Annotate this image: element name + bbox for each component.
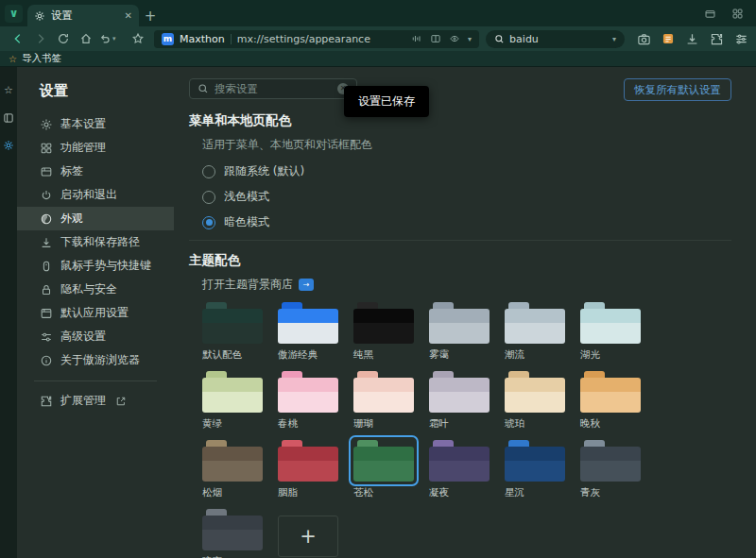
forward-button[interactable] <box>30 29 50 49</box>
theme-swatch-lake[interactable]: 湖光 <box>580 302 641 361</box>
read-aloud-icon[interactable] <box>411 33 422 44</box>
back-button[interactable] <box>8 29 27 49</box>
theme-swatch-yellow-green[interactable]: 黄绿 <box>202 371 263 430</box>
theme-swatch-mist[interactable]: 雾霭 <box>429 302 490 361</box>
undo-closed-tab-button[interactable]: ▾ <box>98 29 125 49</box>
theme-swatch-peach[interactable]: 春桃 <box>278 371 338 430</box>
page-tools-icon[interactable] <box>449 33 460 44</box>
sidebar-divider <box>34 380 157 381</box>
new-tab-button[interactable]: + <box>139 5 162 26</box>
screenshot-camera-icon[interactable] <box>637 32 651 46</box>
favorite-star-button[interactable] <box>128 29 147 49</box>
bookmarks-bar: ☆ 导入书签 <box>0 51 756 67</box>
sidebar-item-label: 鼠标手势与快捷键 <box>60 258 151 274</box>
address-divider <box>231 34 232 44</box>
sidebar-item-features[interactable]: 功能管理 <box>17 136 174 160</box>
address-url-text[interactable]: mx://settings/appearance <box>237 33 370 45</box>
refresh-button[interactable] <box>53 29 73 49</box>
sidebar-item-label: 默认应用设置 <box>60 305 129 321</box>
theme-swatch-grid: 默认配色 傲游经典 纯黑 雾霭 潮流 湖光 黄绿 春桃 珊瑚 霜叶 琥珀 晚秋 <box>202 302 731 558</box>
sidebar-item-gestures[interactable]: 鼠标手势与快捷键 <box>17 254 174 278</box>
toast-saved: 设置已保存 <box>344 86 429 117</box>
search-icon <box>198 83 209 94</box>
settings-sidebar: 设置 基本设置 功能管理 标签 启动和退出 <box>17 67 174 558</box>
menu-color-section: 菜单和本地页配色 适用于菜单、本地页和对话框配色 跟随系统 (默认) 浅色模式 <box>189 112 731 230</box>
maxthon-site-icon: m <box>162 33 174 45</box>
theme-swatch-default[interactable]: 默认配色 <box>202 302 263 361</box>
sidebar-item-appearance[interactable]: 外观 <box>17 207 174 230</box>
search-engine-text: baidu <box>509 33 539 45</box>
restore-defaults-button[interactable]: 恢复所有默认设置 <box>624 78 731 101</box>
sidebar-item-label: 标签 <box>60 163 83 179</box>
downloads-icon[interactable] <box>685 32 699 46</box>
sidebar-item-tabs[interactable]: 标签 <box>17 160 174 183</box>
address-bar[interactable]: m Maxthon mx://settings/appearance ▾ <box>154 30 479 48</box>
sidebar-item-label: 隐私与安全 <box>60 281 117 297</box>
address-bar-actions: ▾ <box>411 33 472 44</box>
section-title: 主题配色 <box>189 252 731 269</box>
theme-swatch-star-sink[interactable]: 星沉 <box>505 440 565 499</box>
sliders-icon <box>40 330 53 344</box>
theme-swatch-rouge[interactable]: 胭脂 <box>278 440 338 499</box>
strip-settings-gear-icon[interactable] <box>3 140 14 151</box>
address-caret-down-icon[interactable]: ▾ <box>468 35 472 43</box>
sidebar-item-basic[interactable]: 基本设置 <box>17 112 174 136</box>
strip-panels-icon[interactable] <box>3 112 14 124</box>
maxthon-menu-button[interactable]: ∨ <box>5 5 23 23</box>
radio-light-mode[interactable]: 浅色模式 <box>202 189 731 205</box>
radio-label: 暗色模式 <box>224 214 269 230</box>
browser-tab-settings[interactable]: 设置 ✕ <box>27 5 139 26</box>
add-theme-button[interactable]: + <box>278 516 338 557</box>
theme-swatch-frost-leaf[interactable]: 霜叶 <box>429 371 490 430</box>
theme-swatch-pure-black[interactable]: 纯黑 <box>353 302 414 361</box>
radio-label: 浅色模式 <box>224 189 269 205</box>
search-caret-down-icon[interactable]: ▾ <box>612 35 616 43</box>
quick-search-box[interactable]: baidu ▾ <box>486 30 625 48</box>
tab-title: 设置 <box>51 8 119 23</box>
refresh-icon <box>57 32 70 45</box>
theme-add-tile[interactable]: + <box>278 509 338 558</box>
home-icon <box>79 32 93 45</box>
main-menu-sliders-icon[interactable] <box>734 32 748 46</box>
external-link-icon <box>115 396 127 407</box>
address-brand-label: Maxthon <box>180 33 225 45</box>
radio-dark-mode[interactable]: 暗色模式 <box>202 214 731 230</box>
theme-swatch-blue-gray[interactable]: 青灰 <box>580 440 641 499</box>
mouse-icon <box>40 260 53 273</box>
theme-store-link[interactable]: 打开主题背景商店 → <box>202 277 731 293</box>
settings-search-box[interactable]: ✕ <box>189 78 357 99</box>
sidebar-item-startup[interactable]: 启动和退出 <box>17 183 174 207</box>
extensions-puzzle-icon[interactable] <box>710 32 724 46</box>
theme-swatch-amber[interactable]: 琥珀 <box>505 371 565 430</box>
radio-follow-system[interactable]: 跟随系统 (默认) <box>202 163 731 179</box>
plus-icon: + <box>300 525 317 548</box>
sidebar-item-downloads[interactable]: 下载和保存路径 <box>17 230 174 254</box>
home-button[interactable] <box>76 29 95 49</box>
theme-swatch-coral[interactable]: 珊瑚 <box>353 371 414 430</box>
browser-window: ∨ 设置 ✕ + ▾ m Maxthon mx://settings/appea… <box>0 0 756 558</box>
sidebar-item-extensions[interactable]: 扩展管理 <box>17 389 174 413</box>
window-restore-icon[interactable] <box>704 8 716 20</box>
sidebar-item-default-apps[interactable]: 默认应用设置 <box>17 301 174 325</box>
theme-swatch-classic[interactable]: 傲游经典 <box>278 302 338 361</box>
notes-icon[interactable] <box>662 32 675 45</box>
sidebar-item-advanced[interactable]: 高级设置 <box>17 325 174 348</box>
settings-search-input[interactable] <box>215 82 332 95</box>
theme-color-section: 主题配色 打开主题背景商店 → 默认配色 傲游经典 纯黑 雾霭 潮流 湖光 <box>189 240 731 558</box>
theme-swatch-dark-night[interactable]: 暗夜 <box>202 509 263 558</box>
sidebar-item-about[interactable]: 关于傲游浏览器 <box>17 348 174 372</box>
strip-favorites-star-icon[interactable]: ☆ <box>4 84 13 96</box>
theme-swatch-tide[interactable]: 潮流 <box>505 302 565 361</box>
sidebar-item-privacy[interactable]: 隐私与安全 <box>17 278 174 301</box>
theme-swatch-pale-pine[interactable]: 苍松 <box>353 440 414 499</box>
tab-close-icon[interactable]: ✕ <box>125 10 132 21</box>
theme-swatch-pine-smoke[interactable]: 松烟 <box>202 440 263 499</box>
main-area: ☆ 设置 基本设置 功能管理 标签 <box>0 67 756 558</box>
theme-swatch-night[interactable]: 凝夜 <box>429 440 490 499</box>
search-icon <box>494 34 505 44</box>
import-bookmarks-item[interactable]: 导入书签 <box>22 52 61 65</box>
workspace-grid-icon[interactable] <box>731 8 744 20</box>
tab-icon <box>40 165 53 178</box>
split-screen-icon[interactable] <box>430 33 441 44</box>
theme-swatch-late-autumn[interactable]: 晚秋 <box>580 371 641 430</box>
